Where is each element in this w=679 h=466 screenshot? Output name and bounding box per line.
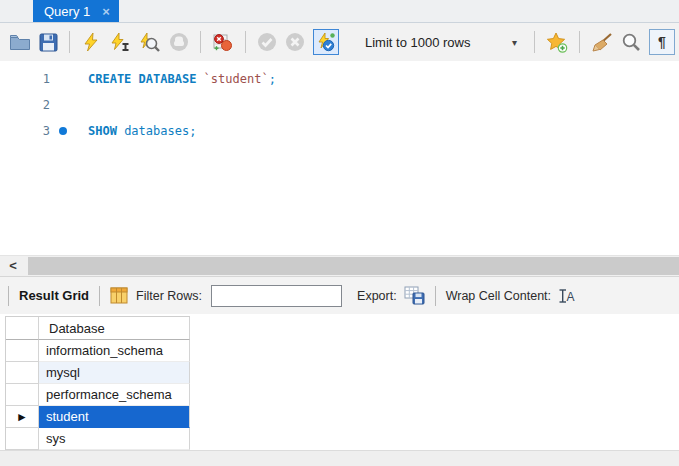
explain-plan-button[interactable] — [138, 32, 161, 52]
execute-current-statement-button[interactable] — [109, 32, 130, 52]
table-row[interactable]: performance_schema — [6, 384, 190, 406]
export-recordset-icon — [404, 286, 425, 305]
filter-rows-input[interactable] — [211, 285, 342, 307]
svg-text:A: A — [567, 290, 575, 304]
find-icon — [621, 32, 641, 52]
open-script-icon — [9, 33, 31, 51]
table-row[interactable]: sys — [6, 428, 190, 450]
beautify-icon — [591, 32, 613, 52]
toolbar-separator — [245, 31, 246, 53]
scroll-left-arrow[interactable]: < — [4, 256, 22, 275]
commit-button — [257, 32, 277, 52]
stop-on-error-toggle-button[interactable] — [212, 32, 234, 52]
export-label: Export: — [357, 289, 397, 303]
row-selector[interactable] — [6, 428, 39, 450]
rollback-button — [285, 32, 305, 52]
execute-icon — [81, 32, 101, 52]
table-cell[interactable]: student — [39, 406, 190, 428]
toolbar-separator — [200, 31, 201, 53]
find-button[interactable] — [621, 32, 641, 52]
stop-on-error-toggle-icon — [212, 32, 234, 52]
add-snippet-icon — [546, 32, 568, 53]
row-selector-header — [6, 317, 39, 340]
stop-icon — [169, 32, 189, 52]
autocommit-toggle-button[interactable] — [313, 29, 339, 55]
toolbar-separator — [8, 286, 9, 306]
tab-close-icon[interactable]: × — [102, 5, 110, 18]
toolbar-separator — [69, 31, 70, 53]
statement-marker-icon — [59, 127, 67, 135]
open-script-button[interactable] — [9, 33, 31, 51]
code-line: 1 CREATE DATABASE `student`; — [0, 66, 679, 92]
table-cell[interactable]: performance_schema — [39, 384, 190, 406]
row-selector[interactable] — [6, 362, 39, 384]
grid-view-icon — [110, 287, 129, 304]
toolbar-separator — [435, 286, 436, 306]
line-number: 1 — [32, 72, 50, 86]
save-script-icon — [39, 33, 58, 52]
row-selector[interactable] — [6, 340, 39, 362]
toolbar-separator — [99, 286, 100, 306]
table-cell[interactable]: sys — [39, 428, 190, 450]
line-number: 2 — [32, 98, 50, 112]
result-grid-table: Database information_schema mysql perfor… — [5, 316, 190, 450]
current-row-indicator: ▶ — [18, 411, 25, 422]
save-script-button[interactable] — [39, 33, 58, 52]
rollback-icon — [285, 32, 305, 52]
table-cell[interactable]: mysql — [39, 362, 190, 384]
table-row[interactable]: information_schema — [6, 340, 190, 362]
table-row[interactable]: ▶ student — [6, 406, 190, 428]
autocommit-toggle-icon — [316, 32, 336, 52]
commit-icon — [257, 32, 277, 52]
show-invisibles-toggle-button[interactable]: ¶ — [649, 29, 675, 55]
table-cell[interactable]: information_schema — [39, 340, 190, 362]
scrollbar-thumb[interactable] — [28, 257, 679, 275]
result-toolbar: Result Grid Filter Rows: Export: — [0, 276, 679, 314]
chevron-down-icon: ▾ — [512, 37, 517, 48]
wrap-cell-content-icon: A — [558, 288, 576, 304]
sql-keyword: SHOW — [88, 124, 117, 138]
result-grid-title: Result Grid — [19, 288, 89, 303]
pilcrow-icon: ¶ — [658, 35, 666, 49]
code-line: 3 SHOW databases; — [0, 118, 679, 144]
table-header-row: Database — [6, 317, 190, 340]
tab-title: Query 1 — [44, 4, 90, 19]
editor-tab-bar: Query 1 × — [0, 0, 679, 23]
statement-marker-column — [50, 127, 76, 135]
tab-query-1[interactable]: Query 1 × — [33, 0, 119, 22]
row-selector[interactable] — [6, 384, 39, 406]
table-row[interactable]: mysql — [6, 362, 190, 384]
add-snippet-button[interactable] — [546, 32, 568, 53]
filter-rows-label: Filter Rows: — [136, 289, 202, 303]
sql-identifier: `student` — [204, 72, 269, 86]
sql-editor[interactable]: 1 CREATE DATABASE `student`; 2 3 SHOW da… — [0, 61, 679, 255]
code-line: 2 — [0, 92, 679, 118]
sql-keyword-secondary: databases; — [117, 124, 196, 138]
toolbar-separator — [579, 31, 580, 53]
wrap-cell-content-label: Wrap Cell Content: — [446, 289, 551, 303]
explain-plan-icon — [138, 32, 161, 52]
result-grid-section: Database information_schema mysql perfor… — [0, 314, 679, 466]
sql-keyword: CREATE DATABASE — [88, 72, 204, 86]
code-text: SHOW databases; — [88, 124, 196, 138]
toolbar-separator — [534, 31, 535, 53]
execute-button[interactable] — [81, 32, 101, 52]
stop-button — [169, 32, 189, 52]
limit-rows-value: Limit to 1000 rows — [365, 35, 471, 50]
editor-horizontal-scrollbar[interactable]: < — [0, 255, 679, 276]
result-grid-table-wrap: Database information_schema mysql perfor… — [0, 314, 679, 450]
column-header-database[interactable]: Database — [39, 317, 190, 340]
beautify-button[interactable] — [591, 32, 613, 52]
query-toolbar: Limit to 1000 rows ▾ — [0, 23, 679, 61]
row-selector[interactable]: ▶ — [6, 406, 39, 428]
line-number: 3 — [32, 124, 50, 138]
grid-bottom-area — [0, 450, 679, 466]
limit-rows-dropdown[interactable]: Limit to 1000 rows ▾ — [361, 30, 523, 54]
mysql-workbench-query-panel: Query 1 × — [0, 0, 679, 466]
execute-current-statement-icon — [109, 32, 130, 52]
export-button[interactable] — [404, 286, 425, 305]
sql-punctuation: ; — [269, 72, 276, 86]
grid-view-button[interactable] — [110, 287, 129, 304]
code-text: CREATE DATABASE `student`; — [88, 72, 276, 86]
wrap-cell-content-button[interactable]: A — [558, 288, 576, 304]
